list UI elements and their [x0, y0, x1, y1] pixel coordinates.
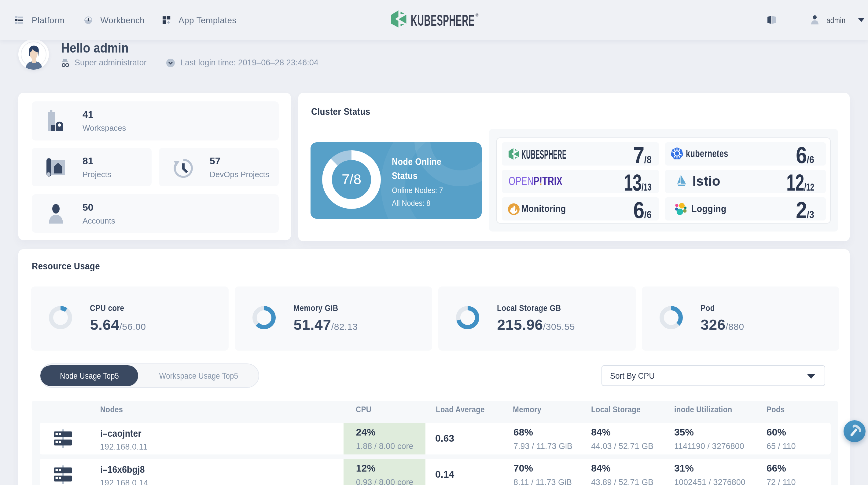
svg-text:7/8: 7/8: [342, 171, 361, 187]
